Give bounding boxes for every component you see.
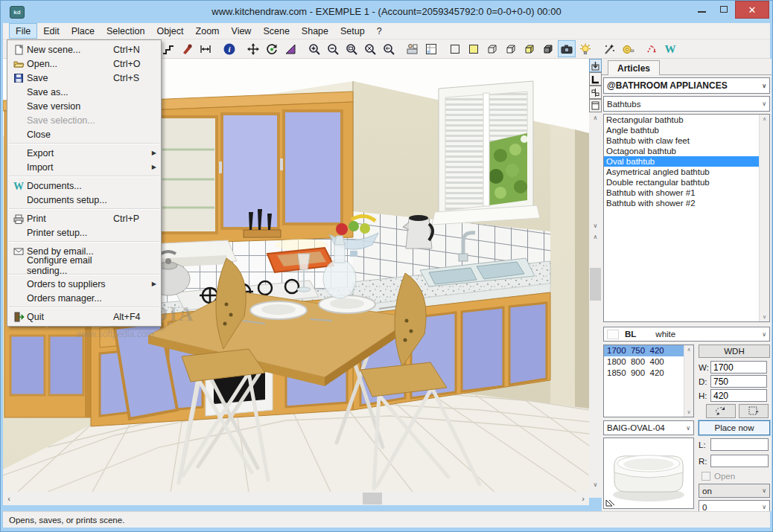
menu-help[interactable]: ?	[371, 23, 388, 39]
depth-input[interactable]	[710, 375, 767, 388]
list-item[interactable]: Bathtub with shower #2	[604, 198, 759, 208]
magic-wand-icon[interactable]	[600, 40, 618, 57]
hscrollbar-thumb[interactable]	[363, 493, 382, 504]
photo-render-icon[interactable]	[558, 40, 576, 57]
slope-icon[interactable]	[281, 40, 299, 57]
list-item[interactable]: Bathtub with shower #1	[604, 188, 759, 198]
open-checkbox[interactable]	[702, 472, 710, 481]
menu-item-save[interactable]: SaveCtrl+S	[7, 71, 161, 85]
tape-measure-icon[interactable]	[619, 40, 637, 57]
menu-setup[interactable]: Setup	[334, 23, 371, 39]
menu-item-print[interactable]: PrintCtrl+P	[7, 211, 161, 225]
place-now-button[interactable]: Place now	[699, 420, 770, 435]
rotate-icon[interactable]	[263, 40, 281, 57]
move-icon[interactable]	[244, 40, 262, 57]
width-input[interactable]	[710, 361, 767, 374]
titlebar[interactable]: kd www.kitchendraw.com - EXEMPLE 1 - (Ac…	[1, 1, 772, 23]
joint-icon[interactable]	[589, 86, 602, 99]
variants-list[interactable]: 1700 750 420 1800 800 400 1850 900 420 ∧…	[603, 344, 694, 417]
menu-item-documents[interactable]: W Documents...	[7, 179, 161, 193]
walls-icon[interactable]	[159, 40, 177, 57]
word-export-icon[interactable]: W	[661, 40, 679, 57]
menu-item-configure-email[interactable]: Configure email sending...	[7, 258, 161, 272]
minimize-button[interactable]	[690, 1, 713, 17]
list-item[interactable]: Bathtub with claw feet	[604, 135, 759, 146]
zoom-out-icon[interactable]	[324, 40, 342, 57]
polyline-icon[interactable]	[643, 40, 661, 57]
sku-dropdown[interactable]: BAIG-OVAL-04 ∨	[603, 420, 694, 435]
zoom-all-icon[interactable]	[361, 40, 379, 57]
preview-corner-icon[interactable]	[605, 496, 617, 507]
list-item[interactable]: Rectangular bathtub	[604, 115, 759, 125]
filled-2d-icon[interactable]	[465, 40, 483, 57]
hscrollbar-track[interactable]	[15, 492, 577, 505]
right-dim-input[interactable]	[710, 455, 769, 467]
worktop-icon[interactable]	[589, 99, 602, 112]
menu-zoom[interactable]: Zoom	[190, 23, 226, 39]
elevation-view-icon[interactable]	[422, 40, 440, 57]
list-item[interactable]: Double rectangular bathtub	[604, 177, 759, 188]
list-item[interactable]: Angle bathtub	[604, 125, 759, 135]
catalog-dropdown[interactable]: @BATHROOM APPLIANCES ∨	[603, 77, 770, 94]
rotate-selection-button[interactable]	[706, 404, 736, 418]
menu-item-orders-to-suppliers[interactable]: Orders to suppliers▶	[7, 277, 161, 291]
info-icon[interactable]: i	[220, 40, 238, 57]
variant-row[interactable]: 1800 800 400	[604, 356, 684, 368]
variant-row[interactable]: 1850 900 420	[604, 368, 684, 379]
variant-row-selected[interactable]: 1700 750 420	[604, 345, 684, 356]
category-dropdown[interactable]: Bathtubs ∨	[603, 96, 770, 112]
zoom-previous-icon[interactable]	[380, 40, 398, 57]
menu-item-orders-manager[interactable]: Orders manager...	[7, 291, 161, 305]
canvas-scrollbar-track-lower[interactable]	[589, 243, 602, 479]
menu-item-quit[interactable]: QuitAlt+F4	[7, 310, 161, 324]
articles-list[interactable]: Rectangular bathtub Angle bathtub Bathtu…	[603, 114, 770, 322]
scroll-down-icon[interactable]: ∨	[763, 314, 766, 320]
scroll-up-icon[interactable]: ∧	[763, 116, 766, 122]
scroll-left-icon[interactable]: ‹	[3, 494, 15, 503]
orientation-dropdown[interactable]: on ∨	[699, 484, 770, 498]
menu-item-import[interactable]: Import▶	[7, 160, 161, 174]
scroll-up-icon[interactable]: ∧	[687, 347, 690, 353]
place-object-icon[interactable]	[589, 59, 602, 72]
scroll-down-icon[interactable]: ∨	[687, 409, 690, 415]
dimension-icon[interactable]	[197, 40, 214, 57]
light-icon[interactable]	[576, 40, 594, 57]
zoom-in-icon[interactable]	[305, 40, 323, 57]
paint-icon[interactable]	[178, 40, 196, 57]
menu-edit[interactable]: Edit	[37, 23, 66, 39]
menu-item-close[interactable]: Close	[7, 127, 161, 141]
menu-item-new-scene[interactable]: New scene...Ctrl+N	[7, 42, 161, 57]
canvas-scroll-down2-icon[interactable]: ∨	[589, 479, 602, 490]
canvas-scrollbar-track-upper[interactable]	[589, 124, 602, 220]
wdh-button[interactable]: WDH	[699, 344, 770, 358]
menu-selection[interactable]: Selection	[101, 23, 150, 39]
wireframe-cube-icon[interactable]	[483, 40, 501, 57]
finish-dropdown[interactable]: BL white ∨	[603, 327, 770, 342]
maximize-button[interactable]	[713, 1, 735, 17]
menu-item-save-as[interactable]: Save as...	[7, 85, 161, 99]
list-item-selected[interactable]: Oval bathtub	[604, 156, 759, 167]
tab-articles[interactable]: Articles	[608, 60, 660, 75]
pattern-button[interactable]	[739, 404, 769, 418]
scroll-right-icon[interactable]: ›	[577, 494, 589, 503]
left-dim-input[interactable]	[710, 438, 769, 451]
height-input[interactable]	[710, 389, 767, 402]
wireframe-2d-icon[interactable]	[446, 40, 464, 57]
menu-item-save-version[interactable]: Save version	[7, 99, 161, 113]
solid-cube-icon[interactable]	[521, 40, 538, 57]
list-item[interactable]: Asymetrical angled bathtub	[604, 167, 759, 177]
menu-place[interactable]: Place	[66, 23, 101, 39]
corner-icon[interactable]	[589, 72, 602, 86]
canvas-hscrollbar[interactable]: ‹ ›	[3, 492, 589, 505]
menu-file[interactable]: File	[9, 23, 37, 39]
menu-object[interactable]: Object	[150, 23, 189, 39]
menu-item-export[interactable]: Export▶	[7, 146, 161, 160]
menu-view[interactable]: View	[226, 23, 258, 39]
canvas-scrollbar-thumb[interactable]	[590, 268, 601, 301]
menu-item-documents-setup[interactable]: Documents setup...	[7, 193, 161, 207]
zoom-window-icon[interactable]	[343, 40, 360, 57]
articles-list-scrollbar[interactable]: ∧ ∨	[759, 115, 769, 321]
canvas-scroll-up-icon[interactable]: ∧	[589, 112, 602, 124]
canvas-scroll-down-icon[interactable]: ∨	[589, 220, 602, 231]
perspective-view-icon[interactable]	[404, 40, 422, 57]
